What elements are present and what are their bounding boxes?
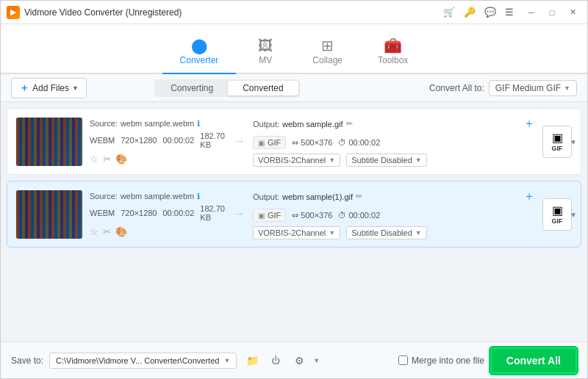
- save-path-input[interactable]: C:\Vidmore\Vidmore V... Converter\Conver…: [49, 353, 237, 369]
- chat-icon[interactable]: 💬: [484, 7, 496, 18]
- file-source-2: Source: webm sample.webm ℹ: [90, 192, 225, 201]
- format-select[interactable]: GIF Medium GIF ▼: [489, 80, 577, 96]
- bottom-icons: 📁 ⏻ ⚙ ▼: [243, 351, 320, 370]
- subtitle-value-1: Subtitle Disabled: [351, 156, 412, 165]
- save-path-arrow: ▼: [223, 357, 230, 364]
- star-icon-2[interactable]: ☆: [90, 226, 98, 237]
- tab-switch: Converting Converted: [154, 79, 299, 97]
- converting-tab[interactable]: Converting: [156, 81, 228, 95]
- output-dur-2: 00:00:02: [348, 211, 380, 220]
- gif-icon-2: ▣: [552, 203, 563, 217]
- output-format-badge-2[interactable]: ▣ GIF: [253, 209, 286, 222]
- output-header-2: Output: webm sample(1).gif ✏ ＋: [253, 189, 535, 204]
- gif-output-btn-1[interactable]: ▣ GIF ▼: [542, 126, 572, 158]
- toolbox-icon: 🧰: [384, 38, 402, 53]
- edit-icon-1[interactable]: ✏: [346, 119, 353, 129]
- app-icon: ▶: [7, 6, 20, 19]
- file-meta-1: WEBM 720×1280 00:00:02 182.70 KB: [90, 131, 225, 149]
- save-to-label: Save to:: [11, 355, 43, 366]
- nav-tabs: ⬤ Converter 🖼 MV ⊞ Collage 🧰 Toolbox: [1, 24, 587, 74]
- file-list: Source: webm sample.webm ℹ WEBM 720×1280…: [1, 102, 587, 342]
- gif-dropdown-arrow-2: ▼: [570, 210, 577, 218]
- file-info-1: Source: webm sample.webm ℹ WEBM 720×1280…: [90, 119, 225, 165]
- cut-icon-2[interactable]: ✂: [103, 226, 111, 237]
- merge-checkbox-input[interactable]: [398, 355, 408, 365]
- convert-all-button[interactable]: Convert All: [490, 347, 577, 374]
- converted-tab[interactable]: Converted: [228, 81, 298, 95]
- subtitle-arrow-1: ▼: [415, 156, 422, 164]
- duration-1: 00:00:02: [162, 136, 194, 145]
- toolbar: ＋ Add Files ▼ Converting Converted Conve…: [1, 74, 587, 102]
- output-label-1: Output:: [253, 120, 279, 129]
- subtitle-select-1[interactable]: Subtitle Disabled ▼: [346, 154, 426, 167]
- gif-dropdown-arrow-1: ▼: [570, 137, 577, 145]
- save-path-value: C:\Vidmore\Vidmore V... Converter\Conver…: [56, 356, 219, 365]
- menu-icon[interactable]: ☰: [505, 7, 514, 18]
- merge-checkbox: Merge into one file: [398, 355, 484, 366]
- audio-select-2[interactable]: VORBIS-2Channel ▼: [253, 226, 340, 239]
- effects-icon-2[interactable]: 🎨: [115, 226, 127, 237]
- edit-icon-2[interactable]: ✏: [356, 192, 362, 201]
- output-header-1: Output: webm sample.gif ✏ ＋: [253, 116, 535, 131]
- cut-icon-1[interactable]: ✂: [103, 154, 111, 165]
- output-section-1: Output: webm sample.gif ✏ ＋ ▣ GIF ⇔ 500×…: [253, 116, 535, 167]
- info-icon-1[interactable]: ℹ: [197, 119, 200, 129]
- source-label-2: Source:: [90, 192, 118, 201]
- gif-output-btn-2[interactable]: ▣ GIF ▼: [542, 198, 572, 231]
- effects-icon-1[interactable]: 🎨: [115, 154, 127, 165]
- maximize-button[interactable]: □: [543, 5, 561, 20]
- format-2: WEBM: [90, 209, 115, 217]
- dimension-badge-2: ⇔ 500×376: [292, 211, 332, 220]
- subtitle-arrow-2: ▼: [415, 229, 422, 237]
- star-icon-1[interactable]: ☆: [90, 154, 98, 165]
- output-settings-2: ▣ GIF ⇔ 500×376 ⏱ 00:00:02: [253, 209, 535, 222]
- tab-toolbox[interactable]: 🧰 Toolbox: [360, 32, 426, 73]
- tab-collage[interactable]: ⊞ Collage: [295, 32, 360, 73]
- tab-collage-label: Collage: [312, 55, 343, 65]
- thumbnail-1: [16, 118, 82, 166]
- duration-badge-2: ⏱ 00:00:02: [338, 211, 380, 220]
- duration-2: 00:00:02: [162, 209, 194, 217]
- tab-toolbox-label: Toolbox: [378, 55, 408, 65]
- plus-icon: ＋: [19, 82, 29, 95]
- output-section-2: Output: webm sample(1).gif ✏ ＋ ▣ GIF ⇔ 5…: [253, 189, 535, 239]
- file-source-1: Source: webm sample.webm ℹ: [90, 119, 225, 129]
- subtitle-value-2: Subtitle Disabled: [351, 228, 412, 237]
- add-output-icon-2[interactable]: ＋: [523, 189, 535, 204]
- merge-label: Merge into one file: [412, 355, 484, 366]
- tab-mv-label: MV: [259, 55, 272, 65]
- subtitle-select-2[interactable]: Subtitle Disabled ▼: [346, 226, 426, 239]
- add-output-icon-1[interactable]: ＋: [523, 116, 535, 131]
- tab-converter[interactable]: ⬤ Converter: [162, 32, 237, 73]
- size-1: 182.70 KB: [200, 131, 225, 149]
- audio-select-1[interactable]: VORBIS-2Channel ▼: [253, 154, 340, 167]
- source-label-1: Source:: [90, 119, 118, 128]
- cart-icon[interactable]: 🛒: [443, 7, 455, 18]
- settings-icon[interactable]: ⚙: [290, 351, 309, 370]
- output-settings-1: ▣ GIF ⇔ 500×376 ⏱ 00:00:02: [253, 136, 535, 149]
- titlebar: ▶ Vidmore Video Converter (Unregistered)…: [1, 1, 587, 24]
- bottombar: Save to: C:\Vidmore\Vidmore V... Convert…: [1, 342, 587, 378]
- info-icon-2[interactable]: ℹ: [197, 192, 200, 201]
- add-files-button[interactable]: ＋ Add Files ▼: [11, 78, 87, 98]
- audio-value-1: VORBIS-2Channel: [258, 156, 326, 165]
- key-icon[interactable]: 🔑: [464, 7, 476, 18]
- power-icon[interactable]: ⏻: [266, 351, 285, 370]
- output-format-badge-1[interactable]: ▣ GIF: [253, 136, 286, 149]
- audio-value-2: VORBIS-2Channel: [258, 228, 326, 237]
- folder-icon[interactable]: 📁: [243, 351, 262, 370]
- close-button[interactable]: ✕: [564, 5, 581, 20]
- resolution-2: 720×1280: [121, 209, 157, 217]
- output-label-2: Output:: [253, 192, 279, 201]
- output-name-1: webm sample.gif: [282, 120, 343, 129]
- converter-icon: ⬤: [191, 38, 207, 53]
- audio-arrow-2: ▼: [329, 229, 335, 237]
- settings-arrow[interactable]: ▼: [313, 357, 320, 364]
- mv-icon: 🖼: [258, 38, 273, 53]
- titlebar-left: ▶ Vidmore Video Converter (Unregistered): [7, 6, 182, 19]
- source-name-2: webm sample.webm: [121, 192, 194, 201]
- output-res-1: 500×376: [301, 138, 332, 147]
- minimize-button[interactable]: ─: [523, 5, 540, 20]
- tab-mv[interactable]: 🖼 MV: [236, 32, 295, 73]
- output-row2-1: VORBIS-2Channel ▼ Subtitle Disabled ▼: [253, 154, 535, 167]
